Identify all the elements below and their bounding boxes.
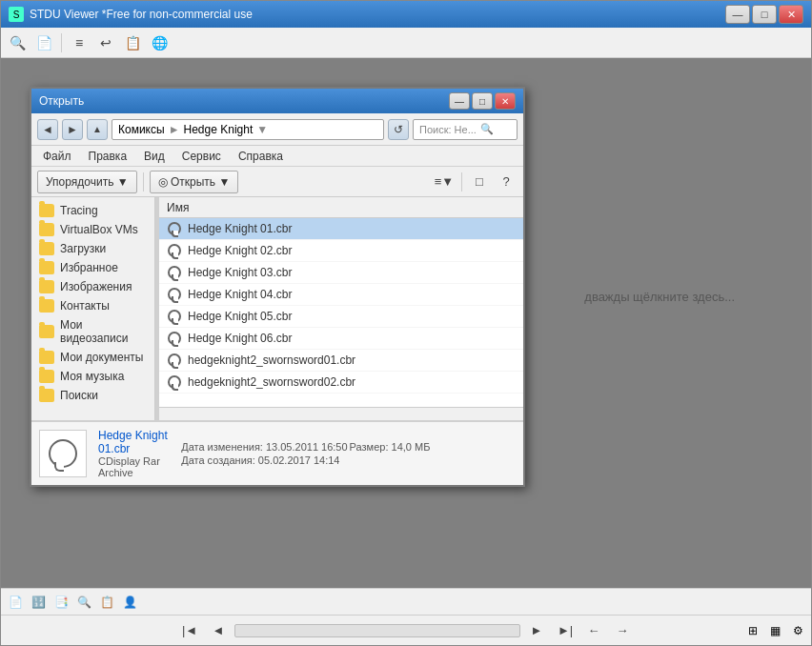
nav-back-button[interactable]: ← — [581, 618, 606, 643]
sidebar-item-downloads[interactable]: Загрузки — [31, 239, 154, 258]
up-button[interactable]: ▲ — [87, 119, 108, 140]
sidebar-item-virtualbox[interactable]: VirtualBox VMs — [31, 220, 154, 239]
help-button[interactable]: ? — [495, 171, 518, 193]
toolbar-btn-1[interactable]: 🔍 — [5, 30, 30, 55]
file-name-1: Hedge Knight 02.cbr — [188, 244, 292, 257]
toolbar-btn-3[interactable]: ≡ — [67, 30, 91, 55]
file-item-6[interactable]: hedgeknight2_swornsword01.cbr — [159, 350, 523, 372]
refresh-button[interactable]: ↺ — [388, 119, 409, 140]
search-icon: 🔍 — [480, 123, 494, 135]
toolbar-btn-5[interactable]: 📋 — [120, 30, 145, 55]
file-item-4[interactable]: Hedge Knight 05.cbr — [159, 306, 523, 328]
address-bar: ◄ ► ▲ Комиксы ► Hedge Knight ▼ ↺ Поиск: … — [31, 113, 523, 146]
open-button[interactable]: ◎ Открыть ▼ — [150, 171, 239, 193]
file-item-1[interactable]: Hedge Knight 02.cbr — [159, 240, 523, 262]
file-item-0[interactable]: Hedge Knight 01.cbr — [159, 218, 523, 240]
sidebar-item-tracing[interactable]: Tracing — [31, 201, 154, 220]
nav-progress-bar[interactable] — [234, 624, 520, 637]
outer-navbar: |◄ ◄ ► ►| ← → ⚙ ▦ ⊞ — [1, 615, 811, 645]
sidebar-item-searches[interactable]: Поиски — [31, 386, 154, 405]
nav-next-button[interactable]: ► — [524, 618, 549, 643]
status-icon-5[interactable]: 📋 — [96, 592, 117, 613]
horizontal-scrollbar[interactable] — [159, 407, 523, 420]
outer-titlebar: S STDU Viewer *Free for non-commercial u… — [1, 1, 811, 28]
file-item-3[interactable]: Hedge Knight 04.cbr — [159, 284, 523, 306]
menu-service[interactable]: Сервис — [174, 148, 229, 165]
folder-icon-searches — [39, 389, 54, 402]
folder-icon-contacts — [39, 299, 54, 313]
toolbar-btn-6[interactable]: 🌐 — [147, 30, 172, 55]
file-dialog: Открыть — □ ✕ ◄ ► ▲ Комиксы ► Hedge Knig… — [30, 87, 525, 487]
breadcrumb-arrow: ▼ — [256, 123, 268, 136]
thumb-cbr-icon — [49, 439, 77, 468]
file-item-5[interactable]: Hedge Knight 06.cbr — [159, 328, 523, 350]
nav-last-button[interactable]: ►| — [553, 618, 578, 643]
file-icon-5 — [167, 331, 182, 346]
file-item-7[interactable]: hedgeknight2_swornsword02.cbr — [159, 372, 523, 394]
cbr-icon-7 — [168, 375, 181, 389]
organize-button[interactable]: Упорядочить ▼ — [37, 171, 137, 193]
file-icon-2 — [167, 265, 182, 280]
menu-file[interactable]: Файл — [35, 148, 79, 165]
outer-maximize-button[interactable]: □ — [752, 5, 777, 24]
dialog-maximize-button[interactable]: □ — [472, 92, 493, 110]
file-info-text: Hedge Knight 01.cbr CDisplay Rar Archive — [98, 429, 170, 478]
outer-window-buttons: — □ ✕ — [725, 5, 803, 24]
file-created: Дата создания: 05.02.2017 14:14 — [181, 454, 347, 466]
file-name-7: hedgeknight2_swornsword02.cbr — [188, 375, 355, 389]
menu-view[interactable]: Вид — [136, 148, 173, 165]
search-box[interactable]: Поиск: Не... 🔍 — [413, 119, 518, 140]
status-icons: 📄 🔢 📑 🔍 📋 👤 — [5, 592, 140, 613]
dialog-title: Открыть — [39, 94, 449, 108]
view-dropdown-button[interactable]: ≡▼ — [433, 171, 456, 193]
outer-toolbar: 🔍 📄 ≡ ↩ 📋 🌐 — [1, 28, 811, 58]
nav-first-button[interactable]: |◄ — [177, 618, 202, 643]
file-list[interactable]: Hedge Knight 01.cbr Hedge Knight 02.cbr — [159, 218, 523, 407]
sidebar-item-contacts[interactable]: Контакты — [31, 296, 154, 315]
status-icon-3[interactable]: 📑 — [51, 592, 71, 613]
dialog-menubar: Файл Правка Вид Сервис Справка — [31, 146, 523, 167]
status-icon-2[interactable]: 🔢 — [28, 592, 49, 613]
status-icon-6[interactable]: 👤 — [119, 592, 140, 613]
file-name-2: Hedge Knight 03.cbr — [188, 266, 292, 279]
outer-minimize-button[interactable]: — — [725, 5, 750, 24]
status-icon-4[interactable]: 🔍 — [73, 592, 94, 613]
back-button[interactable]: ◄ — [37, 119, 58, 140]
nav-view-icon-1[interactable]: ▦ — [770, 624, 781, 637]
file-modified: Дата изменения: 13.05.2011 16:50 — [181, 441, 347, 453]
file-name-6: hedgeknight2_swornsword01.cbr — [188, 353, 355, 367]
outer-close-button[interactable]: ✕ — [779, 5, 803, 24]
outer-window-title: STDU Viewer *Free for non-commercial use — [30, 8, 725, 21]
forward-button[interactable]: ► — [62, 119, 83, 140]
new-folder-button[interactable]: □ — [468, 171, 491, 193]
breadcrumb-bar[interactable]: Комиксы ► Hedge Knight ▼ — [112, 119, 384, 140]
cbr-icon-6 — [168, 353, 181, 367]
dialog-close-button[interactable]: ✕ — [495, 92, 516, 110]
dialog-minimize-button[interactable]: — — [449, 92, 470, 110]
file-name-3: Hedge Knight 04.cbr — [188, 288, 292, 301]
outer-statusbar: 📄 🔢 📑 🔍 📋 👤 — [1, 588, 811, 615]
toolbar-btn-2[interactable]: 📄 — [31, 30, 56, 55]
toolbar-btn-4[interactable]: ↩ — [93, 30, 118, 55]
file-list-area: Имя Hedge Knight 01.cbr — [159, 197, 523, 420]
file-name-0: Hedge Knight 01.cbr — [188, 222, 292, 235]
file-icon-3 — [167, 287, 182, 302]
sidebar-label-tracing: Tracing — [60, 204, 98, 217]
sidebar-item-music[interactable]: Моя музыка — [31, 367, 154, 386]
nav-settings-icon[interactable]: ⚙ — [793, 624, 803, 637]
status-icon-1[interactable]: 📄 — [5, 592, 26, 613]
sidebar-item-favorites[interactable]: Избранное — [31, 258, 154, 277]
sidebar-item-documents[interactable]: Мои документы — [31, 348, 154, 367]
nav-prev-button[interactable]: ◄ — [206, 618, 231, 643]
nav-forward-button[interactable]: → — [610, 618, 635, 643]
sidebar-item-videos[interactable]: Мои видеозаписи — [31, 315, 154, 348]
sidebar-label-downloads: Загрузки — [60, 242, 106, 255]
sidebar-item-images[interactable]: Изображения — [31, 277, 154, 296]
sidebar-label-music: Моя музыка — [60, 370, 124, 383]
menu-help[interactable]: Справка — [231, 148, 291, 165]
menu-edit[interactable]: Правка — [81, 148, 135, 165]
nav-view-icon-2[interactable]: ⊞ — [748, 624, 758, 637]
file-item-2[interactable]: Hedge Knight 03.cbr — [159, 262, 523, 284]
folder-icon-downloads — [39, 242, 54, 255]
dialog-body: Tracing VirtualBox VMs Загрузки Избранно… — [31, 197, 523, 420]
